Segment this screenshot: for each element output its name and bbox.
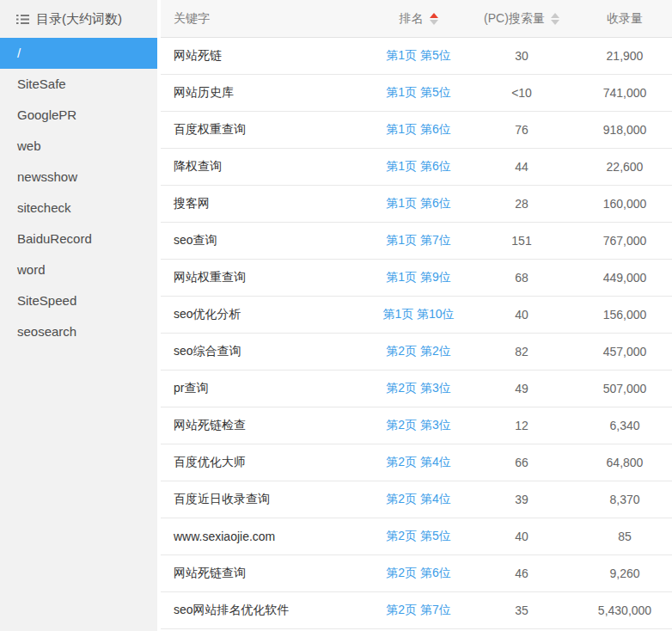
rank-cell: 第2页 第3位 (371, 418, 466, 433)
rank-cell: 第2页 第4位 (371, 492, 466, 507)
column-header-keyword-label: 关键字 (174, 11, 210, 27)
rank-cell: 第1页 第9位 (371, 270, 466, 285)
indexed-cell: 8,370 (577, 493, 672, 506)
rank-link[interactable]: 第1页 第6位 (386, 196, 450, 210)
sidebar-item-label: sitecheck (17, 200, 71, 215)
sidebar-item-label: BaiduRecord (17, 231, 92, 246)
pc-search-volume-cell: 82 (466, 345, 577, 358)
pc-search-volume-cell: 40 (466, 530, 577, 543)
rank-cell: 第2页 第4位 (371, 455, 466, 470)
sidebar-item[interactable]: web (0, 131, 157, 162)
sidebar-item[interactable]: / (0, 38, 157, 69)
rank-cell: 第2页 第2位 (371, 344, 466, 359)
table-row: pr查询 第2页 第3位 49 507,000 (161, 371, 672, 407)
pc-search-volume-cell: 30 (466, 49, 577, 63)
pc-search-volume-cell: 28 (466, 197, 577, 211)
rank-link[interactable]: 第2页 第3位 (386, 381, 450, 395)
indexed-cell: 85 (577, 530, 672, 543)
list-icon (16, 14, 29, 25)
sidebar-item[interactable]: SiteSpeed (0, 285, 157, 316)
sort-desc-icon (551, 20, 559, 25)
sidebar-item-label: newsshow (17, 169, 77, 184)
sidebar-item-label: web (17, 138, 41, 153)
rank-link[interactable]: 第1页 第10位 (382, 307, 454, 321)
sidebar-item-label: GooglePR (17, 107, 76, 122)
indexed-cell: 918,000 (577, 123, 672, 137)
column-header-indexed: 收录量 (577, 11, 672, 27)
keyword-cell: 网站死链检查 (161, 418, 371, 433)
keyword-table: 关键字 排名 (PC)搜索量 收录量 (161, 0, 672, 631)
keyword-cell: 百度优化大师 (161, 455, 371, 470)
pc-search-volume-cell: 12 (466, 419, 577, 432)
sidebar-item[interactable]: BaiduRecord (0, 224, 157, 254)
column-header-rank[interactable]: 排名 (371, 11, 466, 27)
rank-cell: 第1页 第10位 (371, 307, 466, 322)
keyword-cell: 网站历史库 (161, 85, 371, 101)
table-row: 网站死链检查 第2页 第3位 12 6,340 (161, 407, 672, 444)
pc-search-volume-cell: 46 (466, 567, 577, 580)
rank-cell: 第2页 第5位 (371, 529, 466, 544)
rank-link[interactable]: 第2页 第3位 (386, 418, 450, 432)
sidebar-item[interactable]: newsshow (0, 162, 157, 193)
sidebar-item[interactable]: SiteSafe (0, 69, 157, 100)
keyword-cell: seo网站排名优化软件 (161, 603, 371, 618)
sidebar-item-label: seosearch (17, 324, 76, 339)
table-row: 网站死链查询 第2页 第6位 46 9,260 (161, 555, 672, 592)
indexed-cell: 507,000 (577, 382, 672, 395)
rank-link[interactable]: 第2页 第5位 (386, 529, 450, 542)
keyword-cell: seo查询 (161, 233, 371, 248)
rank-cell: 第1页 第5位 (371, 48, 466, 64)
table-row: 网站历史库 第1页 第5位 <10 741,000 (161, 75, 672, 112)
rank-cell: 第1页 第6位 (371, 196, 466, 211)
rank-link[interactable]: 第1页 第7位 (386, 233, 450, 247)
rank-cell: 第2页 第3位 (371, 381, 466, 396)
sort-icon-rank[interactable] (430, 13, 438, 25)
keyword-cell: seo综合查询 (161, 344, 371, 359)
rank-link[interactable]: 第2页 第7位 (386, 603, 450, 616)
indexed-cell: 741,000 (577, 86, 672, 100)
table-row: 网站死链 第1页 第5位 30 21,900 (161, 38, 672, 75)
sidebar-item[interactable]: seosearch (0, 316, 157, 347)
pc-search-volume-cell: 40 (466, 308, 577, 322)
sidebar-item[interactable]: word (0, 254, 157, 285)
rank-cell: 第1页 第5位 (371, 85, 466, 101)
sort-icon-pc-search-volume[interactable] (551, 13, 559, 25)
table-row: 百度权重查询 第1页 第6位 76 918,000 (161, 112, 672, 149)
rank-link[interactable]: 第2页 第6位 (386, 566, 450, 579)
indexed-cell: 6,340 (577, 419, 672, 432)
sidebar-item-label: SiteSafe (17, 77, 66, 91)
pc-search-volume-cell: 76 (466, 123, 577, 137)
sidebar-item[interactable]: GooglePR (0, 100, 157, 131)
rank-cell: 第1页 第6位 (371, 122, 466, 138)
keyword-cell: 网站死链查询 (161, 566, 371, 581)
rank-cell: 第1页 第7位 (371, 233, 466, 248)
sidebar-item[interactable]: sitecheck (0, 193, 157, 224)
rank-link[interactable]: 第1页 第5位 (386, 48, 450, 62)
rank-link[interactable]: 第1页 第5位 (386, 85, 450, 99)
rank-link[interactable]: 第2页 第4位 (386, 455, 450, 469)
column-header-pc-search-volume[interactable]: (PC)搜索量 (466, 11, 577, 27)
pc-search-volume-cell: 66 (466, 456, 577, 469)
rank-link[interactable]: 第1页 第6位 (386, 122, 450, 136)
table-row: seo优化分析 第1页 第10位 40 156,000 (161, 297, 672, 334)
column-header-indexed-label: 收录量 (607, 11, 643, 27)
table-row: 搜客网 第1页 第6位 28 160,000 (161, 186, 672, 223)
sidebar: 目录(大约词数) / SiteSafe GooglePR web (0, 0, 157, 631)
indexed-cell: 160,000 (577, 197, 672, 211)
table-row: 降权查询 第1页 第6位 44 22,600 (161, 149, 672, 186)
sort-asc-icon (551, 13, 559, 18)
indexed-cell: 449,000 (577, 271, 672, 285)
keyword-cell: www.sexiaojie.com (161, 530, 371, 543)
pc-search-volume-cell: 35 (466, 603, 577, 617)
rank-cell: 第1页 第6位 (371, 159, 466, 175)
pc-search-volume-cell: 68 (466, 271, 577, 285)
keyword-cell: 网站死链 (161, 48, 371, 64)
keyword-cell: 搜客网 (161, 196, 371, 211)
sidebar-item-label: word (17, 262, 46, 277)
column-header-pc-search-volume-label: (PC)搜索量 (484, 11, 545, 27)
rank-link[interactable]: 第1页 第9位 (386, 270, 450, 284)
rank-link[interactable]: 第2页 第4位 (386, 492, 450, 505)
rank-link[interactable]: 第2页 第2位 (386, 344, 450, 358)
indexed-cell: 22,600 (577, 160, 672, 174)
rank-link[interactable]: 第1页 第6位 (386, 159, 450, 173)
